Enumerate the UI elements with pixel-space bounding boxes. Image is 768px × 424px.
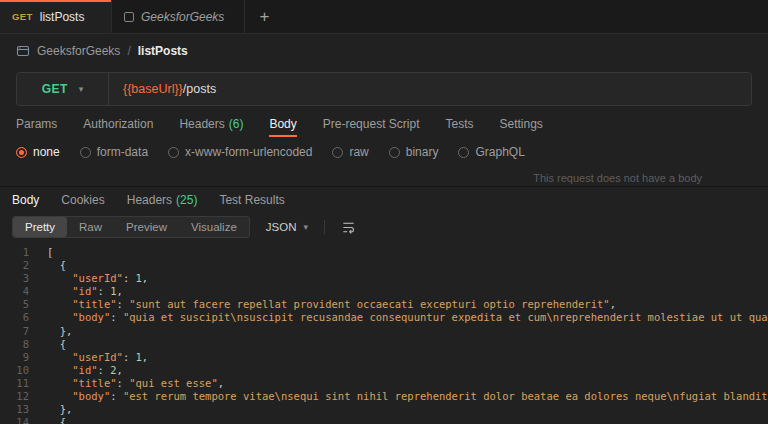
line-number: 3 — [0, 272, 29, 285]
tab-count: (25) — [176, 193, 197, 207]
tab-label: Settings — [500, 117, 543, 131]
code-line: "id": 1, — [47, 285, 768, 298]
new-tab-button[interactable]: + — [245, 0, 283, 33]
radio-icon — [80, 147, 91, 158]
radio-icon — [332, 147, 343, 158]
tab-label: Test Results — [219, 193, 284, 207]
radio-label: form-data — [97, 145, 148, 159]
chevron-down-icon: ▾ — [79, 84, 84, 94]
editor-gutter: 1234567891011121314 — [0, 246, 38, 424]
request-tabs: ParamsAuthorizationHeaders(6)BodyPre-req… — [0, 110, 768, 138]
code-line: { — [47, 259, 768, 272]
code-line: "title": "qui est esse", — [47, 377, 768, 390]
window-tab-listposts[interactable]: GETlistPosts — [0, 0, 112, 33]
postman-window: GETlistPostsGeeksforGeeks+ GeeksforGeeks… — [0, 0, 768, 424]
radio-label: none — [33, 145, 60, 159]
code-line: "body": "quia et suscipit\nsuscipit recu… — [47, 311, 768, 324]
view-raw[interactable]: Raw — [67, 217, 114, 237]
language-label: JSON — [266, 221, 297, 233]
tab-label: Params — [16, 117, 57, 131]
tab-headers[interactable]: Headers(25) — [127, 193, 198, 207]
breadcrumb-request: listPosts — [138, 44, 188, 58]
code-line: }, — [47, 403, 768, 416]
radio-icon — [458, 147, 469, 158]
tab-label: Tests — [445, 117, 473, 131]
body-type-none[interactable]: none — [16, 145, 60, 159]
url-path: /posts — [183, 82, 216, 96]
tab-label: Headers — [179, 117, 224, 131]
empty-body-hint: This request does not have a body — [533, 172, 702, 184]
language-dropdown[interactable]: JSON ▾ — [266, 221, 308, 233]
tab-strip: GETlistPostsGeeksforGeeks+ — [0, 0, 768, 34]
response-tabs: BodyCookiesHeaders(25)Test Results — [0, 187, 768, 213]
http-request-icon — [16, 44, 30, 58]
view-pretty[interactable]: Pretty — [13, 217, 67, 237]
line-number: 6 — [0, 311, 29, 324]
method-label: GET — [42, 82, 68, 96]
code-line: "title": "sunt aut facere repellat provi… — [47, 298, 768, 311]
line-number: 14 — [0, 416, 29, 424]
code-line: "body": "est rerum tempore vitae\nsequi … — [47, 390, 768, 403]
line-number: 4 — [0, 285, 29, 298]
code-line: "id": 2, — [47, 364, 768, 377]
code-line: "userId": 1, — [47, 272, 768, 285]
response-editor: 1234567891011121314 [ { "userId": 1, "id… — [0, 243, 768, 424]
radio-label: raw — [349, 145, 368, 159]
line-number: 7 — [0, 325, 29, 338]
tab-params[interactable]: Params — [16, 110, 57, 138]
view-visualize[interactable]: Visualize — [179, 217, 249, 237]
tab-body[interactable]: Body — [269, 110, 296, 138]
tab-pre-request-script[interactable]: Pre-request Script — [323, 110, 420, 138]
code-line: { — [47, 338, 768, 351]
radio-icon — [389, 147, 400, 158]
line-number: 1 — [0, 246, 29, 259]
radio-label: x-www-form-urlencoded — [185, 145, 312, 159]
editor-code: [ { "userId": 1, "id": 1, "title": "sunt… — [38, 246, 768, 424]
line-number: 8 — [0, 338, 29, 351]
line-number: 11 — [0, 377, 29, 390]
toolbar-divider — [324, 220, 325, 234]
body-type-form-data[interactable]: form-data — [80, 145, 148, 159]
url-variable: {{baseUrl}} — [123, 82, 183, 96]
line-number: 9 — [0, 351, 29, 364]
wrap-text-icon[interactable] — [341, 220, 356, 235]
line-number: 2 — [0, 259, 29, 272]
code-line: "userId": 1, — [47, 351, 768, 364]
tab-label: Body — [269, 117, 296, 131]
tab-test-results[interactable]: Test Results — [219, 193, 284, 207]
response-toolbar: PrettyRawPreviewVisualize JSON ▾ — [0, 213, 768, 243]
method-dropdown[interactable]: GET ▾ — [17, 73, 109, 105]
radio-icon — [168, 147, 179, 158]
response-panel: BodyCookiesHeaders(25)Test Results Prett… — [0, 186, 768, 424]
tab-body[interactable]: Body — [12, 193, 39, 207]
tab-method-label: GET — [12, 11, 33, 22]
body-type-graphql[interactable]: GraphQL — [458, 145, 524, 159]
view-mode-group: PrettyRawPreviewVisualize — [12, 216, 250, 238]
tab-tests[interactable]: Tests — [445, 110, 473, 138]
radio-label: GraphQL — [475, 145, 524, 159]
line-number: 10 — [0, 364, 29, 377]
line-number: 12 — [0, 390, 29, 403]
url-bar: GET ▾ {{baseUrl}}/posts — [16, 72, 752, 106]
tab-settings[interactable]: Settings — [500, 110, 543, 138]
code-line: }, — [47, 325, 768, 338]
breadcrumb: GeeksforGeeks / listPosts — [0, 38, 768, 64]
body-type-options: noneform-datax-www-form-urlencodedrawbin… — [0, 138, 768, 166]
code-line: [ — [47, 246, 768, 259]
code-line: { — [47, 416, 768, 424]
tab-headers[interactable]: Headers(6) — [179, 110, 243, 138]
body-type-x-www-form-urlencoded[interactable]: x-www-form-urlencoded — [168, 145, 312, 159]
tab-title: GeeksforGeeks — [141, 10, 224, 24]
radio-icon — [16, 147, 27, 158]
body-type-raw[interactable]: raw — [332, 145, 368, 159]
body-type-binary[interactable]: binary — [389, 145, 439, 159]
breadcrumb-separator: / — [127, 44, 130, 58]
breadcrumb-collection[interactable]: GeeksforGeeks — [37, 44, 120, 58]
url-input[interactable]: {{baseUrl}}/posts — [109, 73, 751, 105]
tab-cookies[interactable]: Cookies — [61, 193, 104, 207]
window-tab-geeksforgeeks[interactable]: GeeksforGeeks — [112, 0, 245, 33]
tab-authorization[interactable]: Authorization — [83, 110, 153, 138]
tab-label: Body — [12, 193, 39, 207]
chevron-down-icon: ▾ — [303, 222, 308, 232]
view-preview[interactable]: Preview — [114, 217, 179, 237]
